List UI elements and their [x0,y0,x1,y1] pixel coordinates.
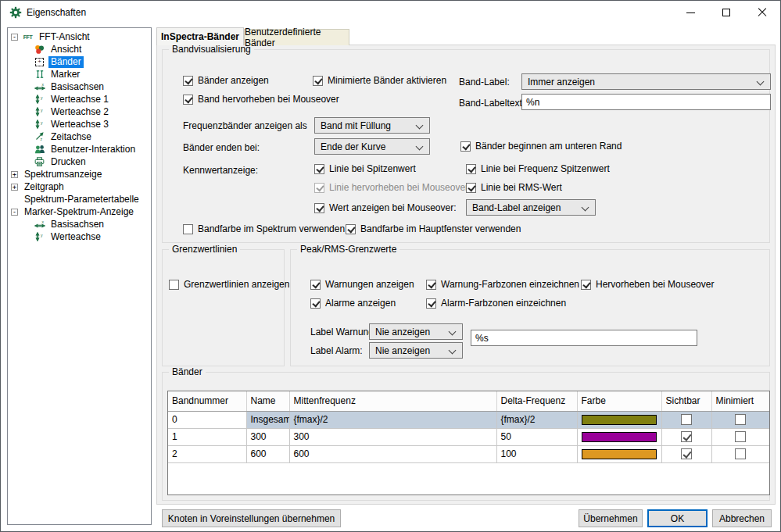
cell-bandnummer[interactable]: 0 [168,411,246,428]
cell-minimiert[interactable] [711,428,769,445]
cell-bandnummer[interactable]: 2 [168,445,246,462]
column-header-sichtbar[interactable]: Sichtbar [661,391,711,411]
close-button[interactable] [744,1,780,24]
checkbox-icon[interactable] [346,224,356,234]
checkbox-bandfarbe-spektrum[interactable]: Bandfarbe im Spektrum verwenden [183,223,345,234]
collapse-icon[interactable] [11,34,18,41]
column-header-mittenfrequenz[interactable]: Mittenfrequenz [289,391,496,411]
checkbox-icon[interactable] [681,431,692,442]
checkbox-icon[interactable] [735,414,746,425]
column-header-bandnummer[interactable]: Bandnummer [168,391,246,411]
tree-item-fft-ansicht[interactable]: FFT FFT-Ansicht [8,30,151,43]
checkbox-icon[interactable] [460,141,471,152]
cell-mittenfrequenz[interactable]: 300 [289,428,496,445]
checkbox-icon[interactable] [735,448,746,459]
cell-mittenfrequenz[interactable]: {fmax}/2 [289,411,496,428]
checkbox-icon[interactable] [426,298,436,309]
column-header-delta-frequenz[interactable]: Delta-Frequenz [496,391,577,411]
tree-item-werteachse-2[interactable]: y Werteachse 2 [8,105,151,118]
tree-item-spektrumsanzeige[interactable]: Spektrumsanzeige [8,168,151,180]
wert-anzeigen-combobox[interactable]: Band-Label anzeigen [466,199,596,216]
cell-delta-frequenz[interactable]: 50 [496,428,577,445]
checkbox-warnung-farbzonen[interactable]: Warnung-Farbzonen einzeichnen [426,279,579,290]
checkbox-unterer-rand[interactable]: Bänder beginnen am unteren Rand [460,141,622,152]
checkbox-linie-rms[interactable]: Linie bei RMS-Wert [466,182,562,193]
table-row[interactable]: 0 Insgesamt {fmax}/2 {fmax}/2 [168,411,769,428]
table-row[interactable]: 2 600 600 100 [168,445,769,462]
checkbox-grenzwertlinien-anzeigen[interactable]: Grenzwertlinien anzeigen [169,279,289,290]
tree-item-basisachsen[interactable]: x Basisachsen [8,80,151,93]
cell-bandnummer[interactable]: 1 [168,428,246,445]
expand-icon[interactable] [11,184,18,191]
table-row[interactable]: 1 300 300 50 [168,428,769,445]
tree-item-spektrum-parametertabelle[interactable]: Spektrum-Parametertabelle [8,193,151,205]
cell-minimiert[interactable] [711,445,769,462]
tree-item-baender[interactable]: + Bänder [8,55,151,68]
checkbox-icon[interactable] [426,280,436,290]
cell-sichtbar[interactable] [661,428,711,445]
tree-item-marker[interactable]: Marker [8,68,151,80]
checkbox-icon[interactable] [314,203,324,213]
ok-button[interactable]: OK [647,509,708,527]
tab-benutzerdefinierte-baender[interactable]: Benutzerdefinierte Bänder [244,29,349,45]
column-header-name[interactable]: Name [246,391,289,411]
checkbox-icon[interactable] [169,280,179,290]
checkbox-hervorheben-mouseover[interactable]: Hervorheben bei Mouseover [581,279,714,290]
baender-enden-combobox[interactable]: Ende der Kurve [314,138,430,155]
checkbox-linie-frequenz-spitzenwert[interactable]: Linie bei Frequenz Spitzenwert [466,163,610,174]
checkbox-icon[interactable] [183,95,193,105]
checkbox-icon[interactable] [735,431,746,442]
checkbox-icon[interactable] [313,76,323,86]
checkbox-linie-spitzenwert[interactable]: Linie bei Spitzenwert [314,163,416,174]
apply-node-presets-button[interactable]: Knoten in Voreinstellungen übernehmen [162,509,341,527]
tree-item-werteachse-1[interactable]: y Werteachse 1 [8,93,151,105]
color-swatch[interactable] [582,449,657,459]
checkbox-icon[interactable] [183,224,193,234]
cell-mittenfrequenz[interactable]: 600 [289,445,496,462]
tree-item-drucken[interactable]: Drucken [8,155,151,168]
tree-item-ansicht[interactable]: Ansicht [8,43,151,55]
tree-item-benutzer-interaktion[interactable]: Benutzer-Interaktion [8,143,151,155]
checkbox-icon[interactable] [183,76,193,86]
column-header-farbe[interactable]: Farbe [577,391,661,411]
cell-sichtbar[interactable] [661,445,711,462]
minimize-button[interactable] [672,1,708,24]
checkbox-icon[interactable] [681,414,692,425]
checkbox-baender-anzeigen[interactable]: Bänder anzeigen [183,75,269,86]
cell-farbe[interactable] [577,411,661,428]
cell-sichtbar[interactable] [661,411,711,428]
cell-farbe[interactable] [577,445,661,462]
tree-item-zeitgraph[interactable]: Zeitgraph [8,180,151,193]
apply-button[interactable]: Übernehmen [579,509,643,527]
checkbox-minimierte-baender[interactable]: Minimierte Bänder aktivieren [313,75,446,86]
checkbox-icon[interactable] [310,280,321,290]
checkbox-alarme-anzeigen[interactable]: Alarme anzeigen [310,298,396,309]
checkbox-icon[interactable] [314,164,324,174]
checkbox-icon[interactable] [466,183,476,193]
label-alarm-combobox[interactable]: Nie anzeigen [369,342,463,359]
tab-inspectra-baender[interactable]: InSpectra-Bänder [156,27,244,45]
collapse-icon[interactable] [11,209,18,216]
cell-delta-frequenz[interactable]: 100 [496,445,577,462]
cell-name[interactable]: 600 [246,445,289,462]
band-label-combobox[interactable]: Immer anzeigen [521,73,771,90]
maximize-button[interactable] [708,1,744,24]
checkbox-icon[interactable] [681,448,692,459]
color-swatch[interactable] [582,415,657,425]
checkbox-wert-anzeigen-mouseover[interactable]: Wert anzeigen bei Mouseover: [314,202,457,213]
tree-item-werteachse[interactable]: y Werteachse [8,230,151,243]
cell-name[interactable]: Insgesamt [246,411,289,428]
cell-delta-frequenz[interactable]: {fmax}/2 [496,411,577,428]
checkbox-icon[interactable] [310,298,321,309]
tree-item-werteachse-3[interactable]: y Werteachse 3 [8,118,151,130]
tree-item-basisachsen-2[interactable]: x Basisachsen [8,218,151,230]
expand-icon[interactable] [11,171,18,178]
label-format-input[interactable] [471,330,697,346]
checkbox-warnungen-anzeigen[interactable]: Warnungen anzeigen [310,279,414,290]
checkbox-icon[interactable] [581,280,591,290]
column-header-minimiert[interactable]: Minimiert [711,391,769,411]
checkbox-bandfarbe-hauptfenster[interactable]: Bandfarbe im Hauptfenster verwenden [346,223,521,234]
cell-minimiert[interactable] [711,411,769,428]
checkbox-band-hervorheben[interactable]: Band hervorheben bei Mouseover [183,94,339,105]
label-warnung-combobox[interactable]: Nie anzeigen [369,323,463,340]
